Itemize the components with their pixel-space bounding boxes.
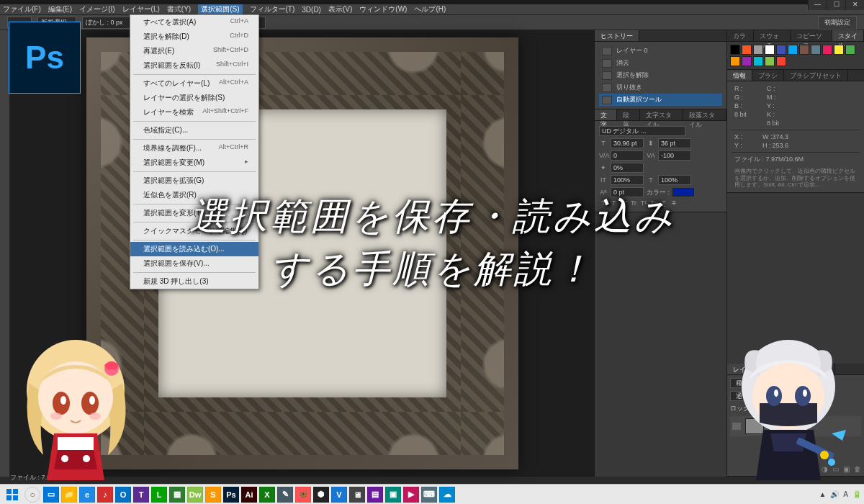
- hscale-input[interactable]: [611, 175, 644, 185]
- menu-4[interactable]: 書式(Y): [167, 4, 191, 14]
- menu-item[interactable]: 選択範囲を拡張(G): [130, 174, 258, 188]
- menu-item[interactable]: 選択を解除(D)Ctrl+D: [130, 30, 258, 44]
- taskbar-app-icon[interactable]: Ps: [223, 487, 239, 503]
- maximize-button[interactable]: ☐: [827, 0, 845, 10]
- taskbar-app-icon[interactable]: X: [259, 487, 275, 503]
- style-swatch[interactable]: [799, 45, 809, 55]
- tab-history[interactable]: ヒストリー: [595, 30, 639, 41]
- taskbar-app-icon[interactable]: ♪: [97, 487, 113, 503]
- style-swatch[interactable]: [742, 45, 752, 55]
- style-swatch[interactable]: [776, 45, 786, 55]
- tray-icon[interactable]: ▲: [819, 490, 826, 498]
- menu-item[interactable]: レイヤーを検索Alt+Shift+Ctrl+F: [130, 105, 258, 120]
- style-swatch[interactable]: [776, 56, 786, 66]
- menu-6[interactable]: フィルター(T): [250, 4, 295, 14]
- minimize-button[interactable]: —: [808, 0, 827, 10]
- menu-item[interactable]: 選択範囲を反転(I)Shift+Ctrl+I: [130, 58, 258, 73]
- font-size-input[interactable]: [611, 138, 644, 148]
- vscale-input[interactable]: [611, 163, 644, 173]
- options-feather[interactable]: ぼかし : 0 px: [82, 17, 132, 29]
- menu-item[interactable]: 近似色を選択(R): [130, 188, 258, 202]
- taskbar-app-icon[interactable]: ✎: [277, 487, 293, 503]
- tray-icon[interactable]: 🔋: [852, 490, 861, 498]
- search-button[interactable]: ○: [24, 487, 40, 503]
- taskbar-app-icon[interactable]: 🖥: [349, 487, 365, 503]
- tab[interactable]: コピーソース: [791, 30, 832, 41]
- tray-icon[interactable]: A: [843, 490, 848, 498]
- taskbar-app-icon[interactable]: T: [133, 487, 149, 503]
- start-button[interactable]: [3, 487, 22, 503]
- menu-item[interactable]: 選択範囲を変更(M)▸: [130, 156, 258, 170]
- menu-5[interactable]: 選択範囲(S): [198, 4, 242, 14]
- close-button[interactable]: ✕: [845, 0, 864, 10]
- style-swatch[interactable]: [765, 45, 775, 55]
- menu-item[interactable]: クイックマスクモードで編集(Q): [130, 224, 258, 238]
- tab[interactable]: 情報: [727, 70, 752, 81]
- tab[interactable]: 文字スタイル: [640, 109, 683, 120]
- tab[interactable]: スウォッチ: [754, 30, 791, 41]
- style-swatch[interactable]: [730, 56, 740, 66]
- tab[interactable]: 文字: [595, 109, 617, 120]
- menu-9[interactable]: ウィンドウ(W): [359, 4, 407, 14]
- taskbar-app-icon[interactable]: ⬢: [313, 487, 329, 503]
- menu-item[interactable]: 選択範囲を保存(V)...: [130, 256, 258, 271]
- menu-item[interactable]: 色域指定(C)...: [130, 123, 258, 138]
- taskbar-app-icon[interactable]: ☁: [439, 487, 455, 503]
- tab[interactable]: ブラシ: [752, 70, 784, 81]
- menu-item[interactable]: すべてのレイヤー(L)Alt+Ctrl+A: [130, 76, 258, 91]
- menu-1[interactable]: 編集(E): [48, 4, 72, 14]
- style-swatch[interactable]: [811, 45, 821, 55]
- history-item[interactable]: 選択を解除: [599, 69, 722, 81]
- style-swatch[interactable]: [753, 45, 763, 55]
- tab[interactable]: スタイル: [832, 30, 864, 41]
- style-swatch[interactable]: [753, 56, 763, 66]
- taskbar-app-icon[interactable]: ▤: [367, 487, 383, 503]
- tray-icon[interactable]: 🔊: [830, 490, 839, 498]
- menu-item[interactable]: すべてを選択(A)Ctrl+A: [130, 15, 258, 30]
- taskbar-app-icon[interactable]: ⌨: [421, 487, 437, 503]
- font-family-select[interactable]: [599, 126, 685, 136]
- history-item[interactable]: レイヤー 0: [599, 45, 722, 57]
- history-item[interactable]: 切り抜き: [599, 81, 722, 94]
- text-color-swatch[interactable]: [672, 188, 694, 197]
- taskbar-app-icon[interactable]: ▭: [43, 487, 59, 503]
- history-item[interactable]: 消去: [599, 57, 722, 69]
- tracking-input[interactable]: [658, 150, 691, 161]
- taskbar-app-icon[interactable]: 🦋: [295, 487, 311, 503]
- taskbar-app-icon[interactable]: S: [205, 487, 221, 503]
- style-swatch[interactable]: [822, 45, 832, 55]
- menu-item[interactable]: 選択範囲を読み込む(O)...: [130, 242, 258, 256]
- style-swatch[interactable]: [788, 45, 798, 55]
- leading-input[interactable]: [658, 138, 691, 148]
- workspace-preset-button[interactable]: 初期設定: [818, 16, 857, 30]
- tab[interactable]: 段落: [617, 109, 639, 120]
- tab[interactable]: 段落スタイル: [683, 109, 726, 120]
- taskbar-app-icon[interactable]: ▣: [385, 487, 401, 503]
- menu-item[interactable]: 境界線を調整(F)...Alt+Ctrl+R: [130, 141, 258, 156]
- history-item[interactable]: 自動選択ツール: [599, 94, 722, 106]
- style-swatch[interactable]: [765, 56, 775, 66]
- taskbar-app-icon[interactable]: e: [79, 487, 95, 503]
- menu-item[interactable]: 再選択(E)Shift+Ctrl+D: [130, 44, 258, 58]
- taskbar-app-icon[interactable]: Ai: [241, 487, 257, 503]
- menu-item[interactable]: 新規 3D 押し出し(3): [130, 274, 258, 289]
- style-swatch[interactable]: [742, 56, 752, 66]
- menu-3[interactable]: レイヤー(L): [122, 4, 160, 14]
- taskbar-app-icon[interactable]: 📁: [61, 487, 77, 503]
- menu-2[interactable]: イメージ(I): [79, 4, 114, 14]
- menu-0[interactable]: ファイル(F): [3, 4, 41, 14]
- taskbar-app-icon[interactable]: ▶: [403, 487, 419, 503]
- taskbar-app-icon[interactable]: O: [115, 487, 131, 503]
- menu-8[interactable]: 表示(V): [328, 4, 352, 14]
- baseline-input[interactable]: [658, 175, 691, 185]
- style-swatch[interactable]: [730, 45, 740, 55]
- menu-7[interactable]: 3D(D): [302, 6, 321, 14]
- menu-10[interactable]: ヘルプ(H): [414, 4, 446, 14]
- taskbar-app-icon[interactable]: Dw: [187, 487, 203, 503]
- menu-item[interactable]: レイヤーの選択を解除(S): [130, 91, 258, 105]
- taskbar-app-icon[interactable]: ▦: [169, 487, 185, 503]
- taskbar-app-icon[interactable]: L: [151, 487, 167, 503]
- taskbar-app-icon[interactable]: V: [331, 487, 347, 503]
- tab[interactable]: ブラシプリセット: [784, 70, 848, 81]
- menu-item[interactable]: 選択範囲を変形(T): [130, 206, 258, 220]
